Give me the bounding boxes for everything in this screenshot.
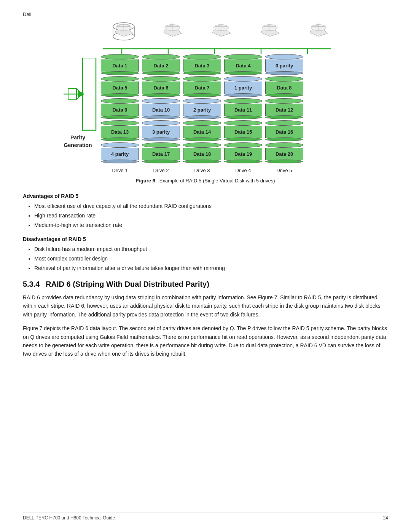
figure-caption: Figure 6. Example of RAID 5 (Single Virt… [23, 178, 388, 184]
segment-d1-2: Data 5 [101, 76, 139, 97]
advantages-heading: Advantages of RAID 5 [23, 193, 388, 199]
disadvantages-heading: Disadvantages of RAID 5 [23, 236, 388, 242]
drive-col-4: Data 4 1 parity Data 11 Data 15 [224, 54, 262, 173]
list-item: Disk failure has a medium impact on thro… [34, 245, 388, 253]
svg-point-30 [315, 25, 318, 27]
parity-label: ParityGeneration [64, 134, 92, 149]
drive-label-5: Drive 5 [276, 168, 292, 173]
segment-d5-5: Data 20 [265, 142, 303, 163]
segment-d4-2: 1 parity [224, 76, 262, 97]
drive-label-4: Drive 4 [235, 168, 251, 173]
drive-icon-2 [150, 21, 195, 46]
body-paragraph-2: Figure 7 depicts the RAID 6 data layout.… [23, 324, 388, 358]
segment-d4-3: Data 11 [224, 98, 262, 119]
drive-label-2: Drive 2 [153, 168, 169, 173]
footer-right: 24 [383, 515, 388, 521]
segment-d3-2: Data 7 [183, 76, 221, 97]
segment-d2-2: Data 6 [142, 76, 180, 97]
raid5-diagram: ParityGeneration Data 1 Data 5 [49, 21, 362, 173]
drive-col-5: 0 parity Data 8 Data 12 Data 16 [265, 54, 303, 173]
footer-left: DELL PERC H700 and H800 Technical Guide [23, 515, 115, 521]
svg-point-20 [218, 25, 220, 27]
segment-d5-1: 0 parity [265, 54, 303, 75]
segment-d1-3: Data 9 [101, 98, 139, 119]
segment-d3-4: Data 14 [183, 120, 221, 141]
svg-point-25 [267, 25, 269, 27]
section-title: 5.3.4 RAID 6 (Striping With Dual Distrib… [23, 280, 388, 289]
segment-d3-1: Data 3 [183, 54, 221, 75]
drive-col-3: Data 3 Data 7 2 parity Data 14 [183, 54, 221, 173]
list-item: Retrieval of parity information after a … [34, 264, 388, 272]
segment-d2-3: Data 10 [142, 98, 180, 119]
list-item: High read transaction rate [34, 212, 388, 220]
disadvantages-list: Disk failure has a medium impact on thro… [23, 245, 388, 272]
drive-col-1: Data 1 Data 5 Data 9 Data 13 [101, 54, 139, 173]
segment-d2-1: Data 2 [142, 54, 180, 75]
drive-icon-3 [198, 21, 244, 46]
advantages-list: Most efficient use of drive capacity of … [23, 202, 388, 229]
svg-point-15 [169, 25, 172, 27]
drive-label-1: Drive 1 [112, 168, 127, 173]
drive-icon-1 [101, 21, 147, 46]
segment-d4-4: Data 15 [224, 120, 262, 141]
list-item: Medium-to-high write transaction rate [34, 221, 388, 229]
drive-icon-5 [296, 21, 341, 46]
segment-d1-5: 4 parity [101, 142, 139, 163]
list-item: Most efficient use of drive capacity of … [34, 202, 388, 210]
segment-d4-5: Data 19 [224, 142, 262, 163]
segment-d3-5: Data 18 [183, 142, 221, 163]
brand-label: Dell [23, 11, 388, 17]
segment-d4-1: Data 4 [224, 54, 262, 75]
drive-icon-4 [247, 21, 293, 46]
page-footer: DELL PERC H700 and H800 Technical Guide … [23, 513, 388, 521]
parity-generation-symbol: ParityGeneration [49, 58, 101, 149]
segment-d3-3: 2 parity [183, 98, 221, 119]
segment-d2-5: Data 17 [142, 142, 180, 163]
drive-col-2: Data 2 Data 6 Data 10 3 parity [142, 54, 180, 173]
segment-d5-2: Data 8 [265, 76, 303, 97]
segment-d1-1: Data 1 [101, 54, 139, 75]
list-item: Most complex controller design [34, 255, 388, 263]
body-paragraph-1: RAID 6 provides data redundancy by using… [23, 293, 388, 319]
segment-d2-4: 3 parity [142, 120, 180, 141]
drive-columns: Data 1 Data 5 Data 9 Data 13 [101, 54, 303, 173]
svg-rect-37 [83, 58, 96, 130]
segment-d5-4: Data 16 [265, 120, 303, 141]
segment-d1-4: Data 13 [101, 120, 139, 141]
segment-d5-3: Data 12 [265, 98, 303, 119]
drive-label-3: Drive 3 [194, 168, 210, 173]
